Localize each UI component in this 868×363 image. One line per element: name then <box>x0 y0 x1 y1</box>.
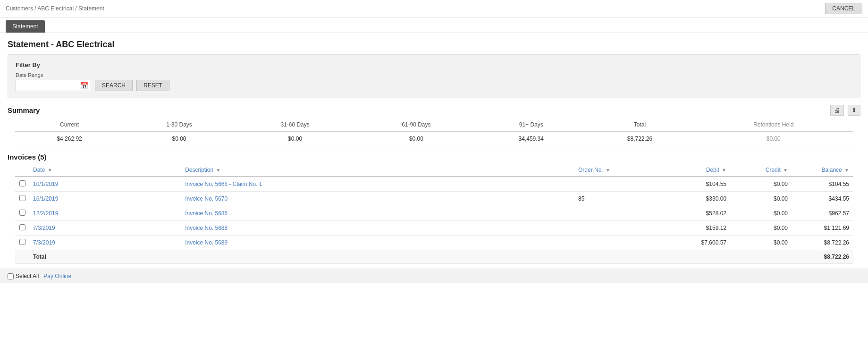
th-order-no[interactable]: Order No. ▼ <box>574 164 669 177</box>
row-balance: $1,121.69 <box>792 221 853 236</box>
search-button[interactable]: SEARCH <box>95 80 133 91</box>
summary-col-1-30: 1-30 Days <box>124 118 235 131</box>
row-debit: $7,600.57 <box>669 236 730 250</box>
summary-table-wrap: Current 1-30 Days 31-60 Days 61-90 Days … <box>0 118 868 146</box>
th-date[interactable]: Date ▼ <box>29 164 181 177</box>
summary-retentions: $0.00 <box>694 131 853 146</box>
row-debit: $528.02 <box>669 206 730 221</box>
row-description[interactable]: Invoice No. 5668 - Claim No. 1 <box>181 177 574 192</box>
summary-61-90: $0.00 <box>355 131 477 146</box>
filter-title: Filter By <box>16 61 852 68</box>
row-order-no: 85 <box>574 192 669 206</box>
row-description[interactable]: Invoice No. 5689 <box>181 236 574 250</box>
th-balance[interactable]: Balance ▼ <box>792 164 853 177</box>
row-checkbox-cell[interactable] <box>15 192 29 206</box>
top-bar: Customers / ABC Electrical / Statement C… <box>0 0 868 17</box>
summary-title: Summary <box>8 106 40 114</box>
select-all-text: Select All <box>16 273 39 279</box>
credit-sort-icon: ▼ <box>783 168 788 173</box>
th-checkbox <box>15 164 29 177</box>
row-date[interactable]: 7/3/2019 <box>29 236 181 250</box>
summary-col-total: Total <box>585 118 694 131</box>
summary-col-61-90: 61-90 Days <box>355 118 477 131</box>
row-date[interactable]: 16/1/2019 <box>29 192 181 206</box>
total-label: Total <box>29 250 181 264</box>
row-date[interactable]: 7/3/2019 <box>29 221 181 236</box>
invoices-total-row: Total $8,722.26 <box>15 250 853 264</box>
invoices-title: Invoices (5) <box>8 153 47 161</box>
row-order-no <box>574 206 669 221</box>
row-credit: $0.00 <box>730 221 792 236</box>
date-sort-icon: ▼ <box>48 168 52 173</box>
orderno-sort-icon: ▼ <box>606 168 610 173</box>
row-order-no <box>574 177 669 192</box>
row-order-no <box>574 236 669 250</box>
row-credit: $0.00 <box>730 206 792 221</box>
row-balance: $434.55 <box>792 192 853 206</box>
date-input-wrap: 📅 <box>16 80 91 91</box>
table-row: 7/3/2019 Invoice No. 5688 $159.12 $0.00 … <box>15 221 853 236</box>
th-credit[interactable]: Credit ▼ <box>730 164 792 177</box>
row-credit: $0.00 <box>730 192 792 206</box>
date-range-label: Date Range <box>16 72 852 78</box>
total-orderno-cell <box>574 250 669 264</box>
summary-actions: 🖨 ⬇ <box>828 105 860 116</box>
print-button[interactable]: 🖨 <box>830 105 844 116</box>
summary-1-30: $0.00 <box>124 131 235 146</box>
row-checkbox-cell[interactable] <box>15 206 29 221</box>
page-title: Statement - ABC Electrical <box>0 33 868 54</box>
th-description[interactable]: Description ▼ <box>181 164 574 177</box>
row-checkbox-2[interactable] <box>19 210 25 216</box>
cancel-button[interactable]: CANCEL <box>825 3 862 14</box>
row-balance: $104.55 <box>792 177 853 192</box>
download-button[interactable]: ⬇ <box>848 105 860 116</box>
row-description[interactable]: Invoice No. 5688 <box>181 221 574 236</box>
row-checkbox-4[interactable] <box>19 239 25 245</box>
reset-button[interactable]: RESET <box>136 80 169 91</box>
row-balance: $962.57 <box>792 206 853 221</box>
calendar-icon[interactable]: 📅 <box>80 82 88 89</box>
desc-sort-icon: ▼ <box>216 168 220 173</box>
summary-header-row: Current 1-30 Days 31-60 Days 61-90 Days … <box>15 118 853 131</box>
invoices-section-header: Invoices (5) <box>0 146 868 164</box>
total-debit-cell <box>669 250 730 264</box>
row-checkbox-cell[interactable] <box>15 236 29 250</box>
row-date[interactable]: 12/2/2019 <box>29 206 181 221</box>
breadcrumb: Customers / ABC Electrical / Statement <box>6 5 104 12</box>
total-desc-cell <box>181 250 574 264</box>
row-checkbox-cell[interactable] <box>15 221 29 236</box>
footer-bar: Select All Pay Online <box>0 269 868 283</box>
select-all-label[interactable]: Select All <box>8 273 39 279</box>
table-row: 7/3/2019 Invoice No. 5689 $7,600.57 $0.0… <box>15 236 853 250</box>
summary-section-header: Summary 🖨 ⬇ <box>0 98 868 118</box>
row-order-no <box>574 221 669 236</box>
row-balance: $8,722.26 <box>792 236 853 250</box>
select-all-checkbox[interactable] <box>8 273 14 279</box>
date-range-input[interactable] <box>19 82 80 89</box>
row-checkbox-1[interactable] <box>19 195 25 201</box>
row-credit: $0.00 <box>730 236 792 250</box>
row-checkbox-cell[interactable] <box>15 177 29 192</box>
summary-table: Current 1-30 Days 31-60 Days 61-90 Days … <box>15 118 853 146</box>
row-credit: $0.00 <box>730 177 792 192</box>
table-row: 16/1/2019 Invoice No. 5670 85 $330.00 $0… <box>15 192 853 206</box>
summary-col-retentions: Retentions Held <box>694 118 853 131</box>
pay-online-link[interactable]: Pay Online <box>43 273 71 279</box>
row-debit: $104.55 <box>669 177 730 192</box>
tab-statement[interactable]: Statement <box>6 20 45 33</box>
row-description[interactable]: Invoice No. 5670 <box>181 192 574 206</box>
summary-31-60: $0.00 <box>235 131 356 146</box>
invoices-table: Date ▼ Description ▼ Order No. ▼ Debit ▼… <box>15 164 853 264</box>
summary-total: $8,722.26 <box>585 131 694 146</box>
summary-data-row: $4,262.92 $0.00 $0.00 $0.00 $4,459.34 $8… <box>15 131 853 146</box>
row-description[interactable]: Invoice No. 5686 <box>181 206 574 221</box>
debit-sort-icon: ▼ <box>722 168 726 173</box>
summary-col-current: Current <box>15 118 124 131</box>
table-row: 12/2/2019 Invoice No. 5686 $528.02 $0.00… <box>15 206 853 221</box>
row-checkbox-3[interactable] <box>19 224 25 230</box>
th-debit[interactable]: Debit ▼ <box>669 164 730 177</box>
summary-col-31-60: 31-60 Days <box>235 118 356 131</box>
table-row: 10/1/2019 Invoice No. 5668 - Claim No. 1… <box>15 177 853 192</box>
row-checkbox-0[interactable] <box>19 180 25 186</box>
row-date[interactable]: 10/1/2019 <box>29 177 181 192</box>
